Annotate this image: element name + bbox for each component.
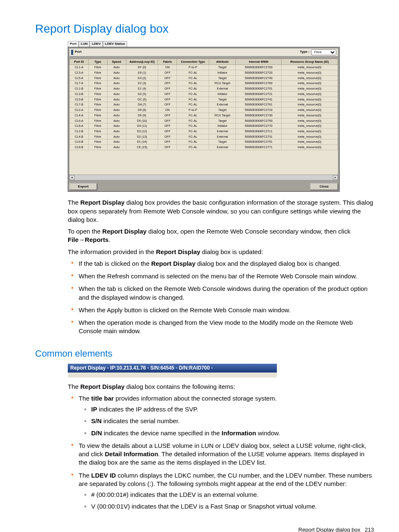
- tab-port[interactable]: Port: [68, 41, 79, 47]
- list-item: D/N indicates the device name specified …: [91, 429, 374, 437]
- column-header: Speed: [107, 59, 126, 65]
- list-item: The LDEV ID column displays the LDKC num…: [79, 471, 374, 511]
- column-header: Resource Group Name (ID): [281, 59, 338, 65]
- table-row[interactable]: CL3-BFibreAutoE0 (5)OFFFC-ALInitiator500…: [70, 91, 338, 97]
- paragraph: The information provided in the Report D…: [68, 248, 374, 256]
- list-item: When the operation mode is changed from …: [79, 319, 374, 336]
- paragraph: The Report Display dialog box provides t…: [68, 198, 374, 224]
- paragraph: The Report Display dialog box contains t…: [68, 383, 374, 391]
- table-row[interactable]: CL7-AFibreAutoE2 (3)OFFFC-ALRCU Target50…: [70, 81, 338, 86]
- column-header: Address(Loop ID): [126, 59, 158, 65]
- titlebar-sample: Report Display - IP:10.213.41.76 - S/N:6…: [68, 364, 277, 377]
- column-header: Attribute: [209, 59, 236, 65]
- column-header: Internal WWN: [236, 59, 281, 65]
- list-item: S/N indicates the serial number.: [91, 417, 374, 425]
- table-row[interactable]: CL8-AFibreAutoD4 (11)OFFFC-ALInitiator50…: [70, 123, 338, 129]
- type-select[interactable]: Fibre: [311, 49, 336, 55]
- list-item: If the tab is clicked on the Report Disp…: [79, 260, 374, 268]
- table-row[interactable]: CL5-AFibreAutoE4 (2)OFFFC-ALTarget50060E…: [70, 75, 338, 81]
- column-header: Port ID: [70, 59, 89, 65]
- table-row[interactable]: CL5-BFibreAutoDC (6)OFFFC-ALTarget50060E…: [70, 97, 338, 102]
- close-button[interactable]: Close: [310, 183, 338, 191]
- column-header: Connection Type: [177, 59, 209, 65]
- table-row[interactable]: CL1-BFibreAutoE1 (4)OFFFC-ALExternal5006…: [70, 86, 338, 92]
- port-table: Port IDTypeSpeedAddress(Loop ID)FabricCo…: [69, 59, 338, 150]
- report-display-dialog: PortLUNLDEVLDEV Status Port Type : Fibre: [68, 41, 340, 192]
- list-item: The title bar provides information about…: [79, 394, 374, 437]
- horizontal-scrollbar[interactable]: ◂ ▸: [69, 175, 338, 180]
- list-item: When the tab is clicked on the Remote We…: [79, 285, 374, 302]
- section-heading-common-elements: Common elements: [35, 347, 374, 360]
- page-title: Report Display dialog box: [35, 21, 374, 37]
- export-button[interactable]: Export: [69, 183, 97, 191]
- scroll-right-icon[interactable]: ▸: [333, 175, 338, 180]
- type-label: Type :: [300, 50, 309, 54]
- table-row[interactable]: CL8-BFibreAutoCE (15)OFFFC-ALExternal500…: [70, 145, 338, 150]
- tab-lun[interactable]: LUN: [79, 41, 90, 47]
- table-row[interactable]: CL6-AFibreAutoD5 (10)OFFFC-ALTarget50060…: [70, 118, 338, 123]
- table-row[interactable]: CL2-BFibreAutoD3 (12)OFFFC-ALExternal500…: [70, 129, 338, 134]
- table-row[interactable]: CL4-AFibreAutoD6 (9)OFFFC-ALRCU Target50…: [70, 113, 338, 118]
- table-row[interactable]: CL1-AFibreAutoEF (0)ONP-to-PTarget50060E…: [70, 65, 338, 70]
- table-row[interactable]: CL3-AFibreAutoE8 (1)OFFFC-ALInitiator500…: [70, 70, 338, 76]
- tab-ldev-status[interactable]: LDEV Status: [103, 41, 127, 47]
- column-header: Type: [88, 59, 107, 65]
- list-item: V (00:00:01V) indicates that the LDEV is…: [91, 502, 374, 511]
- titlebar-text: Report Display - IP:10.213.41.76 - S/N:6…: [68, 364, 277, 372]
- table-row[interactable]: CL7-BFibreAutoDA (7)OFFFC-ALExternal5006…: [70, 102, 338, 108]
- column-header: Fabric: [158, 59, 177, 65]
- table-row[interactable]: CL6-BFibreAutoD1 (14)OFFFC-ALTarget50060…: [70, 139, 338, 145]
- table-row[interactable]: CL4-BFibreAutoD2 (13)OFFFC-ALExternal500…: [70, 134, 338, 139]
- list-item: When the Refresh command is selected on …: [79, 272, 374, 280]
- table-row[interactable]: CL2-AFibreAutoD9 (8)ONP-to-PTarget50060E…: [70, 108, 338, 113]
- list-item: # (00:00:01#) indicates that the LDEV is…: [91, 491, 374, 499]
- scroll-left-icon[interactable]: ◂: [69, 175, 74, 180]
- page-footer: Report Display dialog box 213: [35, 526, 374, 532]
- panel-label: Port: [71, 50, 82, 55]
- paragraph: To open the Report Display dialog box, o…: [68, 227, 374, 244]
- list-item: To view the details about a LUSE volume …: [79, 442, 374, 467]
- tab-ldev[interactable]: LDEV: [90, 41, 102, 47]
- list-item: When the Apply button is clicked on the …: [79, 306, 374, 314]
- list-item: IP indicates the IP address of the SVP.: [91, 405, 374, 414]
